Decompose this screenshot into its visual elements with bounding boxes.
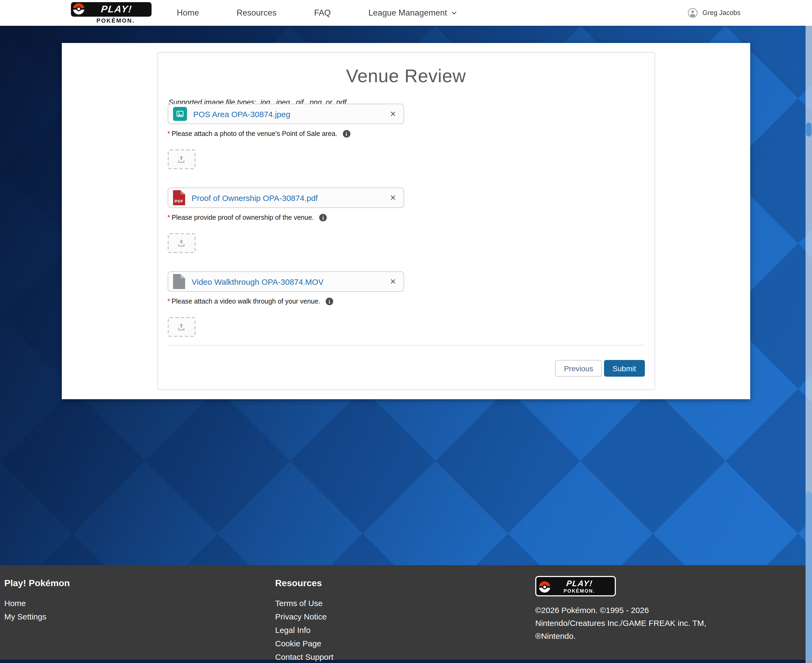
upload-caption: * Please attach a photo of the venue's P… [167,130,645,137]
upload-icon [177,239,186,248]
footer-link-home[interactable]: Home [4,597,275,610]
info-icon[interactable]: i [326,298,333,305]
brand-play-text: PLAY! [566,579,593,588]
required-asterisk: * [167,298,170,305]
remove-attachment-button[interactable]: × [389,277,397,286]
footer-link-my-settings[interactable]: My Settings [4,610,275,623]
nav-home[interactable]: Home [177,8,199,18]
required-asterisk: * [167,214,170,222]
pdf-badge: PDF [175,199,183,205]
remove-attachment-button[interactable]: × [389,193,397,202]
nav-faq[interactable]: FAQ [314,8,331,18]
upload-icon [177,155,186,164]
attachment-chip: POS Area OPA-30874.jpeg × [167,104,404,124]
user-icon [687,8,698,18]
brand-logo[interactable]: PLAY! POKÉMON. [71,2,152,24]
divider [167,345,645,346]
venue-review-card: Venue Review Supported image file types:… [157,52,655,390]
copyright: ©2026 Pokémon. ©1995 - 2026 Nintendo/Cre… [535,604,799,643]
copyright-line: Nintendo/Creatures Inc./GAME FREAK inc. … [535,617,799,630]
scrollbar-track[interactable] [806,26,812,663]
previous-button[interactable]: Previous [555,360,602,377]
upload-dropzone[interactable] [167,317,195,337]
background: Venue Review Supported image file types:… [0,26,812,565]
chevron-down-icon [451,10,457,16]
footer-column-resources: Resources Terms of Use Privacy Notice Le… [275,576,535,660]
footer-link-terms-of-use[interactable]: Terms of Use [275,597,535,610]
nav-league-management[interactable]: League Management [369,8,457,18]
info-icon[interactable]: i [319,214,327,222]
user-name: Greg Jacobs [702,9,741,17]
submit-button[interactable]: Submit [604,360,645,377]
pokeball-icon [538,580,552,594]
copyright-line: ®Nintendo. [535,630,799,643]
attachment-link[interactable]: POS Area OPA-30874.jpeg [193,109,290,118]
footer-heading: Resources [275,578,535,589]
footer: Play! Pokémon Home My Settings Resources… [0,565,812,660]
page-title: Venue Review [167,66,645,86]
footer-link-legal-info[interactable]: Legal Info [275,623,535,637]
nav-league-management-label: League Management [369,8,447,18]
page: PLAY! POKÉMON. Home Resources FAQ League… [0,0,812,663]
pokeball-icon [72,2,86,16]
brand-pokemon-text: POKÉMON. [71,17,152,24]
main-nav: Home Resources FAQ League Management [177,8,457,18]
upload-caption: * Please attach a video walk through of … [167,298,645,305]
footer-link-contact-support[interactable]: Contact Support [275,650,535,663]
footer-link-privacy-notice[interactable]: Privacy Notice [275,610,535,623]
content-panel: Venue Review Supported image file types:… [62,43,750,399]
attachment-chip: Video Walkthrough OPA-30874.MOV × [167,271,404,292]
user-menu[interactable]: Greg Jacobs [687,8,741,18]
footer-brand-logo[interactable]: PLAY! POKÉMON. [535,576,616,597]
image-file-icon [173,107,187,121]
attachment-link[interactable]: Video Walkthrough OPA-30874.MOV [192,277,324,286]
upload-section-video-walkthrough: Video Walkthrough OPA-30874.MOV × * Plea… [167,271,645,337]
footer-column-play-pokemon: Play! Pokémon Home My Settings [4,576,275,660]
footer-link-cookie-page[interactable]: Cookie Page [275,637,535,650]
caption-text: Please attach a photo of the venue's Poi… [172,130,337,137]
info-icon[interactable]: i [343,130,350,137]
form-actions: Previous Submit [167,360,645,377]
caption-text: Please provide proof of ownership of the… [172,214,314,222]
upload-caption: * Please provide proof of ownership of t… [167,214,645,222]
upload-dropzone[interactable] [167,233,195,253]
footer-heading: Play! Pokémon [4,578,275,589]
caption-text: Please attach a video walk through of yo… [172,298,320,305]
pdf-file-icon: PDF [173,190,185,205]
generic-file-icon [173,274,185,289]
upload-section-proof-of-ownership: PDF Proof of Ownership OPA-30874.pdf × *… [167,188,645,253]
upload-dropzone[interactable] [167,149,195,169]
footer-column-legal: PLAY! POKÉMON. ©2026 Pokémon. ©1995 - 20… [535,576,812,660]
attachment-chip: PDF Proof of Ownership OPA-30874.pdf × [167,188,404,208]
scrollbar-thumb-page[interactable] [806,492,812,660]
required-asterisk: * [167,130,170,137]
brand-pokemon-text: POKÉMON. [563,588,595,594]
scrollbar-thumb-inner[interactable] [806,123,812,136]
upload-icon [177,322,186,332]
attachment-link[interactable]: Proof of Ownership OPA-30874.pdf [192,193,318,202]
brand-play-text: PLAY! [100,4,133,15]
upload-section-pos-area: POS Area OPA-30874.jpeg × * Please attac… [167,104,645,169]
top-nav: PLAY! POKÉMON. Home Resources FAQ League… [0,0,812,26]
nav-resources[interactable]: Resources [237,8,277,18]
copyright-line: ©2026 Pokémon. ©1995 - 2026 [535,604,799,617]
remove-attachment-button[interactable]: × [389,109,397,119]
